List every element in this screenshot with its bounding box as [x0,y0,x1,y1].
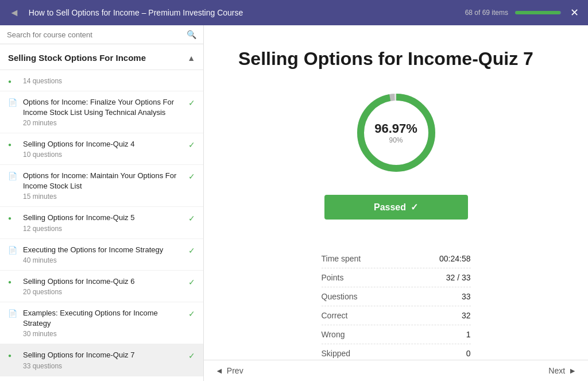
item-content: Selling Options for Income-Quiz 5 12 que… [23,213,184,232]
close-button[interactable]: ✕ [570,6,579,19]
stats-value: 32 [462,311,471,320]
item-title: Executing the Options for Income Strateg… [23,245,184,255]
item-title: Examples: Executing Options for Income S… [23,308,184,329]
section-toggle-icon[interactable]: ▲ [187,53,195,63]
stats-row: Skipped 0 [322,344,471,360]
item-content: 14 questions [23,76,195,85]
course-title: How to Sell Options for Income – Premium… [29,8,465,17]
item-meta: 12 questions [23,225,184,233]
item-meta: 20 questions [23,288,184,296]
stats-label: Time spent [322,254,361,263]
item-content: Selling Options for Income-Quiz 6 20 que… [23,276,184,296]
dot-icon: ● [8,141,17,148]
list-item[interactable]: ● Selling Options for Income-Quiz 6 20 q… [0,271,203,302]
next-button[interactable]: Next ► [548,366,577,375]
sidebar: 🔍 Selling Stock Options For Income ▲ ● 1… [0,25,204,381]
list-item[interactable]: 📄 Executing the Options for Income Strat… [0,239,203,271]
stats-label: Wrong [322,330,345,339]
item-meta: 14 questions [23,77,195,85]
donut-percentage: 96.97% [374,121,417,136]
search-input[interactable] [7,30,187,39]
doc-icon: 📄 [8,309,17,318]
stats-label: Correct [322,311,348,320]
passed-button: Passed ✓ [324,195,468,220]
stats-row: Points 32 / 33 [322,268,471,287]
stats-value: 33 [462,292,471,301]
list-item[interactable]: ● 14 questions [0,70,203,91]
top-bar: ◄ How to Sell Options for Income – Premi… [0,0,588,25]
list-item[interactable]: 📄 Options for Income: Maintain Your Opti… [0,165,203,207]
check-icon: ✓ [188,98,195,107]
list-item[interactable]: ● Selling Options for Income-Quiz 7 33 q… [0,344,203,376]
doc-icon: 📄 [8,246,17,255]
progress-bar [515,11,561,14]
item-meta: 20 minutes [23,119,184,127]
item-content: Selling Options for Income-Quiz 4 10 que… [23,139,184,159]
item-content: Options for Income: Maintain Your Option… [23,171,184,201]
list-item[interactable]: 📄 Options for Income: Finalize Your Opti… [0,91,203,133]
check-icon: ✓ [188,309,195,318]
doc-icon: 📄 [8,172,17,180]
sidebar-items-list: ● 14 questions 📄 Options for Income: Fin… [0,70,203,382]
bottom-nav: ◄ Prev Next ► [204,360,588,381]
stats-row: Time spent 00:24:58 [322,249,471,268]
dot-icon: ● [8,279,17,285]
check-icon: ✓ [188,214,195,223]
stats-table: Time spent 00:24:58 Points 32 / 33 Quest… [322,249,471,360]
item-title: Options for Income: Finalize Your Option… [23,97,184,118]
list-item[interactable]: ● Selling Options for Income-Quiz 5 12 q… [0,207,203,238]
stats-value: 00:24:58 [439,254,471,263]
item-title: Selling Options for Income-Quiz 5 [23,213,184,223]
doc-icon: 📄 [8,98,17,107]
check-icon: ✓ [188,140,195,149]
item-title: Selling Options for Income-Quiz 7 [23,350,184,360]
stats-row: Correct 32 [322,306,471,325]
check-icon: ✓ [188,172,195,181]
passed-label: Passed [374,202,406,213]
item-meta: 10 questions [23,151,184,159]
stats-label: Skipped [322,349,351,358]
stats-value: 0 [466,349,471,358]
back-arrow[interactable]: ◄ [9,7,20,19]
stats-label: Questions [322,292,358,301]
item-content: Options for Income: Finalize Your Option… [23,97,184,127]
content-area: Selling Options for Income-Quiz 7 96.97% [204,25,588,360]
search-icon: 🔍 [187,30,196,39]
sidebar-search-bar: 🔍 [0,25,203,44]
next-arrow-icon: ► [568,366,577,375]
donut-passing-score: 90% [374,136,417,144]
prev-button[interactable]: ◄ Prev [215,366,243,375]
stats-value: 32 / 33 [446,273,471,282]
check-icon: ✓ [188,351,195,360]
list-item[interactable]: 📄 Examples: Executing Options for Income… [0,302,203,344]
check-icon: ✓ [188,278,195,287]
stats-label: Points [322,273,344,282]
passed-check-icon: ✓ [411,202,418,213]
prev-label: Prev [227,366,243,375]
next-label: Next [548,366,565,375]
stats-value: 1 [466,330,471,339]
item-meta: 33 questions [23,362,184,370]
stats-row: Wrong 1 [322,325,471,344]
item-title: Options for Income: Maintain Your Option… [23,171,184,191]
donut-center: 96.97% 90% [374,121,417,144]
dot-icon: ● [8,215,17,221]
stats-row: Questions 33 [322,287,471,306]
donut-chart-container: 96.97% 90% [238,87,554,179]
sidebar-section-header: Selling Stock Options For Income ▲ [0,44,203,70]
item-content: Selling Options for Income-Quiz 7 33 que… [23,350,184,370]
section-title: Selling Stock Options For Income [8,52,146,64]
quiz-title: Selling Options for Income-Quiz 7 [238,48,554,70]
item-title: Selling Options for Income-Quiz 4 [23,139,184,149]
main-layout: 🔍 Selling Stock Options For Income ▲ ● 1… [0,25,588,381]
item-content: Examples: Executing Options for Income S… [23,308,184,338]
dot-icon: ● [8,78,17,84]
list-item[interactable]: ● Selling Options for Income-Quiz 4 10 q… [0,133,203,165]
dot-icon: ● [8,352,17,359]
progress-info: 68 of 69 items [465,9,508,17]
donut-chart: 96.97% 90% [350,87,442,179]
item-title: Selling Options for Income-Quiz 6 [23,276,184,287]
progress-bar-fill [515,11,560,14]
item-content: Executing the Options for Income Strateg… [23,245,184,264]
item-meta: 40 minutes [23,256,184,264]
